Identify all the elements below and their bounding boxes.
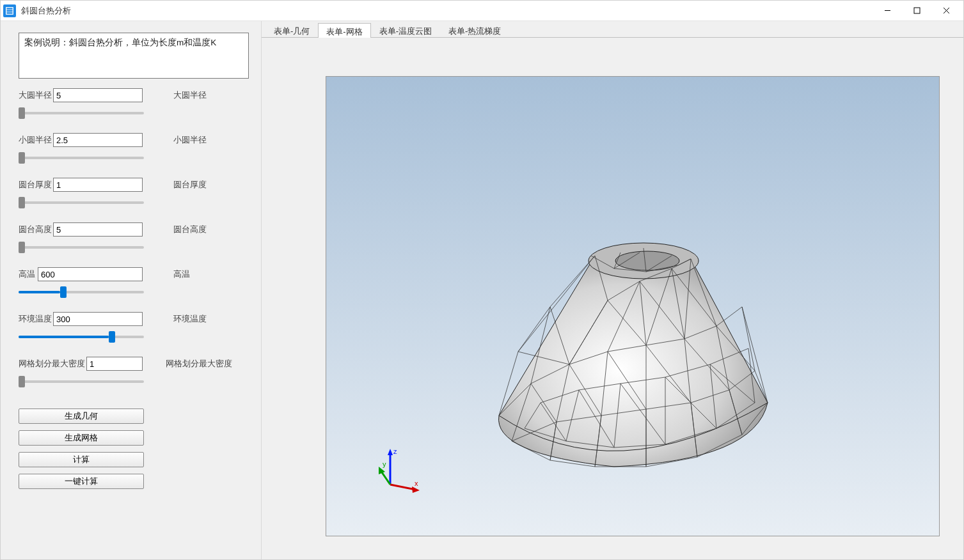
label-height: 圆台高度: [19, 224, 53, 235]
label-mesh-density: 网格划分最大密度: [19, 358, 86, 369]
label-big-radius: 大圆半径: [19, 89, 53, 101]
rlabel-small-radius: 小圆半径: [173, 134, 207, 146]
svg-line-15: [390, 485, 416, 490]
close-button[interactable]: [931, 1, 961, 21]
svg-text:y: y: [383, 460, 386, 468]
slider-thickness[interactable]: [19, 196, 144, 209]
input-height[interactable]: [53, 222, 143, 237]
svg-point-11: [615, 251, 679, 270]
rlabel-high-temp: 高温: [173, 268, 190, 280]
svg-rect-1: [914, 8, 920, 13]
generate-mesh-button[interactable]: 生成网格: [19, 430, 144, 446]
viewport-tabs: 表单-几何 表单-网格 表单-温度云图 表单-热流梯度: [262, 21, 963, 38]
mesh-model: [454, 224, 787, 479]
rlabel-big-radius: 大圆半径: [173, 89, 207, 101]
axis-gizmo: z x y: [377, 446, 422, 497]
tab-heatflux[interactable]: 表单-热流梯度: [440, 22, 509, 37]
viewport-panel: 表单-几何 表单-网格 表单-温度云图 表单-热流梯度 ▼ zxy: [262, 21, 963, 559]
app-icon: [3, 4, 16, 17]
case-description: 案例说明：斜圆台热分析，单位为长度m和温度K: [19, 33, 249, 79]
slider-env-temp[interactable]: [19, 331, 144, 343]
label-env-temp: 环境温度: [19, 313, 53, 325]
input-thickness[interactable]: [53, 178, 143, 192]
input-high-temp[interactable]: [38, 267, 143, 281]
svg-text:z: z: [393, 447, 397, 455]
input-mesh-density[interactable]: [86, 357, 143, 371]
svg-text:x: x: [415, 479, 418, 487]
slider-height[interactable]: [19, 241, 144, 254]
svg-marker-16: [412, 486, 420, 493]
parameters-panel: 案例说明：斜圆台热分析，单位为长度m和温度K 大圆半径 大圆半径 小圆半径 小圆…: [1, 21, 262, 559]
svg-rect-0: [6, 7, 13, 14]
3d-viewport[interactable]: z x y: [326, 76, 940, 536]
window-title: 斜圆台热分析: [21, 5, 71, 17]
rlabel-env-temp: 环境温度: [173, 313, 207, 325]
slider-high-temp[interactable]: [19, 286, 144, 299]
maximize-button[interactable]: [902, 1, 931, 21]
tab-temperature[interactable]: 表单-温度云图: [371, 22, 440, 37]
generate-geometry-button[interactable]: 生成几何: [19, 408, 144, 424]
label-small-radius: 小圆半径: [19, 134, 53, 146]
compute-button[interactable]: 计算: [19, 452, 144, 467]
rlabel-thickness: 圆台厚度: [173, 179, 207, 191]
tab-geometry[interactable]: 表单-几何: [265, 22, 318, 37]
titlebar: 斜圆台热分析: [1, 1, 963, 21]
tab-mesh[interactable]: 表单-网格: [318, 23, 370, 38]
svg-marker-13: [388, 449, 393, 455]
input-small-radius[interactable]: [53, 133, 143, 147]
input-env-temp[interactable]: [53, 312, 143, 326]
rlabel-mesh-density: 网格划分最大密度: [166, 358, 232, 369]
rlabel-height: 圆台高度: [173, 224, 207, 235]
label-thickness: 圆台厚度: [19, 179, 53, 191]
label-high-temp: 高温: [19, 268, 38, 280]
slider-small-radius[interactable]: [19, 152, 144, 164]
input-big-radius[interactable]: [53, 88, 143, 102]
slider-mesh-density[interactable]: [19, 375, 144, 388]
minimize-button[interactable]: [873, 1, 902, 21]
slider-big-radius[interactable]: [19, 107, 144, 120]
one-key-compute-button[interactable]: 一键计算: [19, 474, 144, 489]
